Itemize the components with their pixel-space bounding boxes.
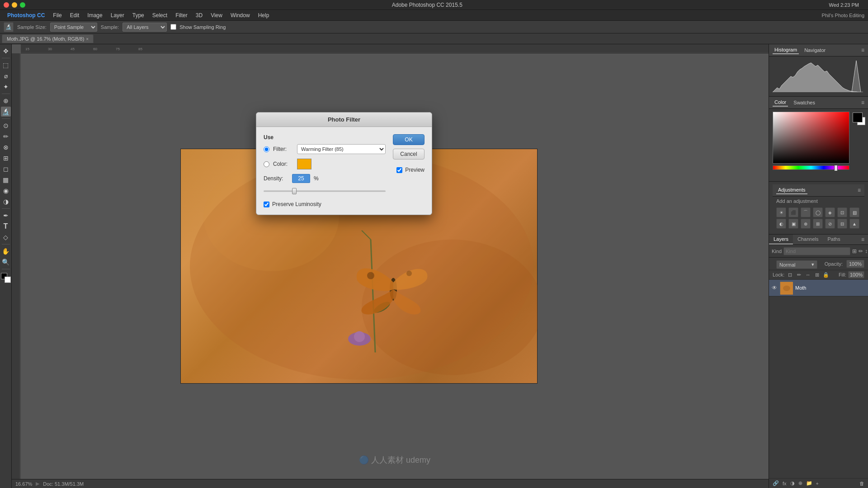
exposure-btn[interactable]: ◯ bbox=[813, 207, 823, 217]
close-button[interactable] bbox=[4, 2, 9, 8]
adjustments-tab[interactable]: Adjustments bbox=[776, 186, 807, 194]
hue-thumb[interactable] bbox=[834, 165, 838, 171]
menu-window[interactable]: Window bbox=[227, 11, 254, 19]
new-fill-btn[interactable]: ⊕ bbox=[798, 480, 802, 486]
vibrance-btn[interactable]: ◈ bbox=[825, 207, 835, 217]
magic-wand-tool[interactable]: ✦ bbox=[1, 82, 11, 92]
menu-help[interactable]: Help bbox=[255, 11, 273, 19]
preview-checkbox[interactable] bbox=[396, 167, 402, 173]
show-sampling-ring-checkbox[interactable] bbox=[170, 24, 176, 30]
new-group-btn[interactable]: 📁 bbox=[806, 480, 812, 486]
menu-edit[interactable]: Edit bbox=[66, 11, 83, 19]
density-thumb[interactable] bbox=[292, 188, 297, 194]
density-slider[interactable] bbox=[264, 187, 386, 196]
layers-search-input[interactable] bbox=[783, 247, 850, 255]
new-layer-btn[interactable]: + bbox=[816, 481, 819, 486]
gradient-tool[interactable]: ▦ bbox=[1, 175, 11, 185]
dodge-tool[interactable]: ◑ bbox=[1, 197, 11, 206]
marquee-tool[interactable]: ⬚ bbox=[1, 60, 11, 70]
invert-btn[interactable]: ⊘ bbox=[825, 219, 835, 229]
channel-mixer-btn[interactable]: ⊕ bbox=[801, 219, 811, 229]
menu-3d[interactable]: 3D bbox=[192, 11, 206, 19]
lock-position-btn[interactable]: ↔ bbox=[804, 271, 811, 278]
hand-tool[interactable]: ✋ bbox=[1, 246, 11, 256]
hue-sat-btn[interactable]: ⊡ bbox=[837, 207, 847, 217]
adjustments-options-icon[interactable]: ≡ bbox=[858, 187, 861, 193]
posterize-btn[interactable]: ⊟ bbox=[837, 219, 847, 229]
foreground-color[interactable] bbox=[853, 113, 863, 122]
menu-type[interactable]: Type bbox=[129, 11, 148, 19]
zoom-tool[interactable]: 🔍 bbox=[1, 257, 11, 267]
blur-tool[interactable]: ◉ bbox=[1, 186, 11, 196]
histogram-options-icon[interactable]: ≡ bbox=[861, 47, 864, 53]
menu-file[interactable]: File bbox=[49, 11, 65, 19]
delete-layer-btn[interactable]: 🗑 bbox=[859, 481, 864, 486]
brush-tool[interactable]: ✏ bbox=[1, 131, 11, 141]
color-lookup-btn[interactable]: ⊞ bbox=[813, 219, 823, 229]
lock-artboard-btn[interactable]: ⊞ bbox=[813, 271, 821, 278]
photo-filter-btn[interactable]: ▣ bbox=[788, 219, 798, 229]
menu-select[interactable]: Select bbox=[149, 11, 171, 19]
fill-input[interactable] bbox=[848, 271, 864, 278]
eraser-tool[interactable]: ◻ bbox=[1, 164, 11, 174]
lock-all-btn[interactable]: 🔒 bbox=[822, 271, 830, 278]
shape-tool[interactable]: ◇ bbox=[1, 232, 11, 242]
menu-image[interactable]: Image bbox=[84, 11, 106, 19]
maximize-button[interactable] bbox=[20, 2, 25, 8]
traffic-lights[interactable] bbox=[4, 2, 25, 8]
color-preview-box[interactable] bbox=[297, 159, 311, 169]
document-tab[interactable]: Moth.JPG @ 16.7% (Moth, RGB/8) × bbox=[2, 34, 94, 43]
lasso-tool[interactable]: ⌀ bbox=[1, 71, 11, 81]
menu-view[interactable]: View bbox=[207, 11, 226, 19]
layers-move-icon[interactable]: ↕ bbox=[865, 248, 868, 254]
canvas-viewport[interactable]: Photo Filter Use Filter: Warming Filter … bbox=[21, 53, 769, 479]
color-balance-btn[interactable]: ▧ bbox=[849, 207, 859, 217]
preserve-luminosity-checkbox[interactable] bbox=[264, 202, 269, 207]
crop-tool[interactable]: ⊕ bbox=[1, 96, 11, 106]
ps-app-name[interactable]: Photoshop CC bbox=[4, 11, 48, 19]
layers-new-icon[interactable]: ✏ bbox=[859, 248, 863, 254]
show-sampling-ring-label[interactable]: Show Sampling Ring bbox=[170, 24, 226, 30]
cancel-button[interactable]: Cancel bbox=[393, 149, 425, 160]
filter-select[interactable]: Warming Filter (85) Warming Filter (LBA)… bbox=[297, 144, 386, 154]
layer-mode-select[interactable]: Normal ▾ bbox=[776, 260, 817, 269]
color-tab[interactable]: Color bbox=[773, 99, 788, 107]
paths-tab[interactable]: Paths bbox=[823, 235, 845, 244]
fg-bg-color-swatch[interactable] bbox=[1, 273, 11, 283]
color-spectrum-container[interactable] bbox=[773, 112, 864, 170]
list-item[interactable]: 👁 Moth bbox=[769, 280, 868, 296]
clone-tool[interactable]: ⊗ bbox=[1, 142, 11, 152]
menu-layer[interactable]: Layer bbox=[107, 11, 128, 19]
eyedropper-tool[interactable]: 🔬 bbox=[1, 107, 11, 117]
hue-slider[interactable] bbox=[773, 165, 849, 170]
history-tool[interactable]: ⊞ bbox=[1, 153, 11, 163]
curves-btn[interactable]: ⌒ bbox=[801, 207, 811, 217]
tab-close-button[interactable]: × bbox=[86, 37, 89, 42]
levels-btn[interactable]: ⬛ bbox=[788, 207, 798, 217]
background-swatch[interactable] bbox=[5, 277, 11, 283]
add-style-btn[interactable]: fx bbox=[783, 481, 787, 486]
color-options-icon[interactable]: ≡ bbox=[861, 99, 864, 106]
add-mask-btn[interactable]: ◑ bbox=[790, 480, 795, 486]
link-layers-btn[interactable]: 🔗 bbox=[773, 480, 779, 486]
layers-tab[interactable]: Layers bbox=[769, 235, 793, 244]
heal-tool[interactable]: ⊙ bbox=[1, 121, 11, 131]
pen-tool[interactable]: ✒ bbox=[1, 211, 11, 221]
layers-filter-icon[interactable]: ⊞ bbox=[852, 248, 857, 254]
sample-select[interactable]: All Layers Current Layer bbox=[123, 23, 167, 32]
text-tool[interactable]: T bbox=[1, 221, 11, 231]
density-input[interactable] bbox=[292, 174, 310, 183]
bw-btn[interactable]: ◐ bbox=[776, 219, 786, 229]
fg-bg-swatches[interactable] bbox=[853, 113, 863, 122]
move-tool[interactable]: ✥ bbox=[1, 46, 11, 56]
channels-tab[interactable]: Channels bbox=[793, 235, 823, 244]
layers-options-icon[interactable]: ≡ bbox=[858, 235, 868, 244]
lock-paint-btn[interactable]: ✏ bbox=[795, 271, 802, 278]
filter-radio[interactable] bbox=[264, 146, 269, 152]
sample-size-select[interactable]: Point Sample 3 by 3 Average 5 by 5 Avera… bbox=[50, 23, 97, 32]
layer-visibility-icon[interactable]: 👁 bbox=[772, 285, 777, 291]
swatches-tab[interactable]: Swatches bbox=[792, 99, 817, 106]
histogram-tab[interactable]: Histogram bbox=[773, 46, 799, 54]
color-spectrum[interactable] bbox=[773, 112, 849, 164]
minimize-button[interactable] bbox=[12, 2, 17, 8]
